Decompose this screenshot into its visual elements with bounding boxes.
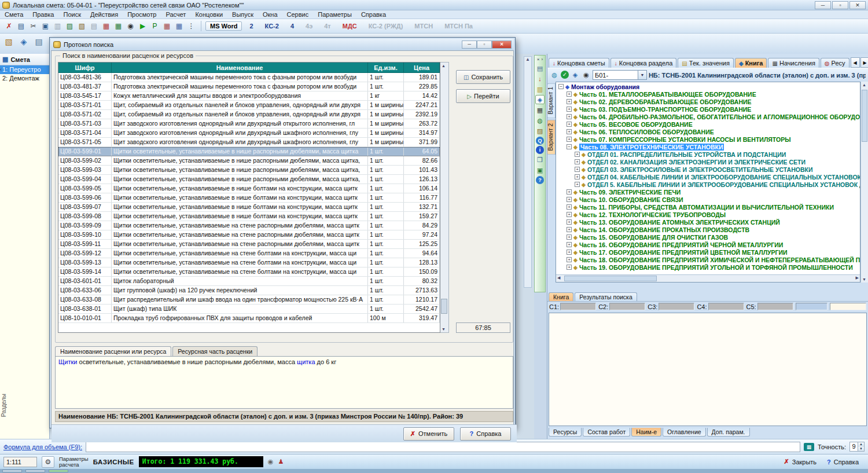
tab-scroll-right-icon[interactable]: ▶ xyxy=(860,57,868,68)
row-insert-icon[interactable]: ▦ xyxy=(101,21,112,32)
tab-Ресурсная часть расценки[interactable]: Ресурсная часть расценки xyxy=(172,346,258,356)
doc-icon[interactable]: ▤ xyxy=(535,64,545,73)
tree-expand-icon[interactable]: + xyxy=(567,257,572,262)
table-row[interactable]: Ц08-03-481-36Подготовка электрической ма… xyxy=(58,73,440,82)
tree-expand-icon[interactable]: + xyxy=(567,137,572,142)
table-row[interactable]: Ц08-03-571-01Щит, собираемый из отдельны… xyxy=(58,101,440,110)
format-button-КС-2[interactable]: КС-2 xyxy=(261,22,283,30)
strip-close-icon[interactable]: × xyxy=(537,57,540,62)
tab-scroll-left-icon[interactable]: ◀ xyxy=(851,57,860,68)
section-list-item[interactable]: 2: Демонтаж xyxy=(0,74,49,83)
tree-expand-icon[interactable]: + xyxy=(567,250,572,255)
print-icon[interactable]: ▤ xyxy=(32,35,45,48)
menu-item-Окна[interactable]: Окна xyxy=(263,11,278,18)
help-icon[interactable]: ? xyxy=(536,176,544,184)
grid-blue-icon[interactable]: ▦ xyxy=(174,21,185,32)
close-button[interactable]: ✕ xyxy=(849,1,866,9)
tab-Наименование расценки или ресурса[interactable]: Наименование расценки или ресурса xyxy=(55,346,171,356)
format-button-КС-2 (РЖД)[interactable]: КС-2 (РЖД) xyxy=(365,22,407,30)
goto-button[interactable]: ▷ Перейти xyxy=(456,89,510,103)
calc-params-label[interactable]: Параметры расчета xyxy=(59,456,89,468)
format-button-2[interactable]: 2 xyxy=(245,22,257,30)
table-row[interactable]: Ц08-03-599-06Щитки осветительные, устана… xyxy=(58,193,440,203)
table-row[interactable]: Ц08-03-599-04Щитки осветительные, устана… xyxy=(58,175,440,184)
tree-expand-icon[interactable]: + xyxy=(567,204,572,210)
code-field-input[interactable] xyxy=(560,303,596,310)
tree-expand-icon[interactable]: + xyxy=(567,227,572,232)
image-icon[interactable]: ▣ xyxy=(535,166,545,175)
table-row[interactable]: Ц08-03-571-05Щит заводского изготовления… xyxy=(58,138,440,147)
doc-icon[interactable]: ▤ xyxy=(89,21,100,32)
tree-hscrollbar[interactable]: ◀▶ xyxy=(556,274,860,282)
open-estimate-icon[interactable]: ▧ xyxy=(2,35,15,48)
tree-item[interactable]: +◈ОТДЕЛ 02. КАНАЛИЗАЦИЯ ЭЛЕКТРОЭНЕРГИИ И… xyxy=(557,158,860,166)
collapse-arrow-icon[interactable]: ‹ xyxy=(0,67,2,72)
menu-item-Справка[interactable]: Справка xyxy=(361,11,386,18)
cancel-button[interactable]: ✗ Отменить xyxy=(403,427,454,441)
menu-item-Выпуск[interactable]: Выпуск xyxy=(232,11,253,18)
code-field-input[interactable] xyxy=(757,303,793,310)
delete-icon[interactable]: ✗ xyxy=(3,21,14,32)
scale-box[interactable]: 1:111 xyxy=(3,457,37,467)
dialog-restore-button[interactable]: ▫ xyxy=(477,41,492,49)
recalc-icon[interactable]: P xyxy=(149,21,160,32)
tab-Ресурсы[interactable]: Ресурсы xyxy=(549,428,582,437)
code-field-input[interactable] xyxy=(708,303,744,310)
end-estimate-icon[interactable]: ↓ xyxy=(535,74,545,83)
tab-Книга[interactable]: ◈Книга xyxy=(735,58,767,68)
tree-item[interactable]: +◈Часть 13. ОБОРУДОВАНИЕ АТОМНЫХ ЭЛЕКТРИ… xyxy=(557,218,860,226)
menu-item-Просмотр[interactable]: Просмотр xyxy=(127,11,156,18)
dialog-close-button[interactable]: ✕ xyxy=(492,41,512,49)
tab-Состав работ[interactable]: Состав работ xyxy=(583,428,630,437)
tree-item[interactable]: +◈Часть 07. КОМПРЕССОРНЫЕ УСТАНОВКИ НАСО… xyxy=(557,135,860,143)
table-row[interactable]: Ц08-03-599-11Щитки осветительные, устана… xyxy=(58,240,440,249)
tree-expand-icon[interactable]: + xyxy=(575,182,580,187)
tab-Концовка сметы[interactable]: ↓Концовка сметы xyxy=(549,58,609,68)
tree-item[interactable]: +◈Часть 06. ТЕПЛОСИЛОВОЕ ОБОРУДОВАНИЕ xyxy=(557,128,860,135)
clock-icon[interactable]: Q xyxy=(536,137,544,145)
table-row[interactable]: Ц08-03-599-13Щитки осветительные, устана… xyxy=(58,258,440,267)
table-vscrollbar[interactable]: ▲▼ xyxy=(440,62,449,333)
tree-item[interactable]: +◈Часть 10. ОБОРУДОВАНИЕ СВЯЗИ xyxy=(557,196,860,203)
header-unit[interactable]: Ед.изм. xyxy=(368,63,404,72)
table-row[interactable]: Ц08-03-599-09Щитки осветительные, устана… xyxy=(58,221,440,230)
header-name[interactable]: Наименование xyxy=(112,63,368,72)
table-row[interactable]: Ц08-03-599-05Щитки осветительные, устана… xyxy=(58,184,440,193)
tab-Начисления[interactable]: ▦Начисления xyxy=(768,58,819,68)
tree-item[interactable]: −◈Часть 08. ЭЛЕКТРОТЕХНИЧЕСКИЕ УСТАНОВКИ xyxy=(557,143,860,151)
paste-search-icon[interactable]: ▧ xyxy=(76,21,87,32)
tree-expand-icon[interactable]: + xyxy=(567,197,572,202)
tree-expand-icon[interactable]: + xyxy=(567,122,572,127)
book-icon[interactable]: ◈ xyxy=(17,35,30,48)
tab-Книга[interactable]: Книга xyxy=(549,292,573,301)
header-shifr[interactable]: Шифр xyxy=(58,63,112,72)
tree-expand-icon[interactable]: + xyxy=(567,234,572,240)
menu-item-Параметры[interactable]: Параметры xyxy=(318,11,352,18)
combo-caret-icon[interactable]: ▼ xyxy=(638,71,646,79)
tree-item[interactable]: +◈Часть 15. ОБОРУДОВАНИЕ ДЛЯ ОЧИСТКИ ГАЗ… xyxy=(557,233,860,241)
tree-expand-icon[interactable]: + xyxy=(567,91,572,97)
tree-item[interactable]: +◈Часть 17. ОБОРУДОВАНИЕ ПРЕДПРИЯТИЙ ЦВЕ… xyxy=(557,248,860,256)
code-extra-field[interactable] xyxy=(830,303,866,310)
status-help-button[interactable]: ? Справка xyxy=(827,459,859,465)
grid-vscrollbar[interactable]: ▲ xyxy=(524,56,532,288)
tree-item[interactable]: +◈Часть 09. ЭЛЕКТРИЧЕСКИЕ ПЕЧИ xyxy=(557,188,860,196)
tree-expand-icon[interactable]: + xyxy=(567,129,572,134)
table-row[interactable]: Ц08-03-571-04Щит заводского изготовления… xyxy=(58,129,440,138)
tab-Ресу[interactable]: ◍Ресу xyxy=(821,58,849,68)
paste-icon[interactable]: ▥ xyxy=(52,21,63,32)
taskbar-item[interactable] xyxy=(25,470,45,472)
tree-expand-icon[interactable]: + xyxy=(575,174,580,179)
tree-item[interactable]: +◈Часть 03. ПОДЪЕМНО-ТРАНСПОРТНОЕ ОБОРУД… xyxy=(557,105,860,113)
menu-item-Действия[interactable]: Действия xyxy=(90,11,118,18)
taskbar-item[interactable] xyxy=(49,470,68,472)
tree-vscrollbar[interactable]: ▲▼ xyxy=(860,82,868,283)
tree-item[interactable]: +◈Часть 19. ОБОРУДОВАНИЕ ПРЕДПРИЯТИЙ УГО… xyxy=(557,263,860,271)
tree-expand-icon[interactable]: + xyxy=(567,265,572,270)
save-icon[interactable]: ▤ xyxy=(16,21,27,32)
table-row[interactable]: Ц08-03-545-17Кожух металлический для защ… xyxy=(58,91,440,101)
code-field-input[interactable] xyxy=(609,303,645,310)
dialog-help-button[interactable]: ? Справка xyxy=(460,427,511,441)
menu-item-Поиск[interactable]: Поиск xyxy=(63,11,80,18)
gear-icon[interactable]: ⚙ xyxy=(42,456,54,468)
